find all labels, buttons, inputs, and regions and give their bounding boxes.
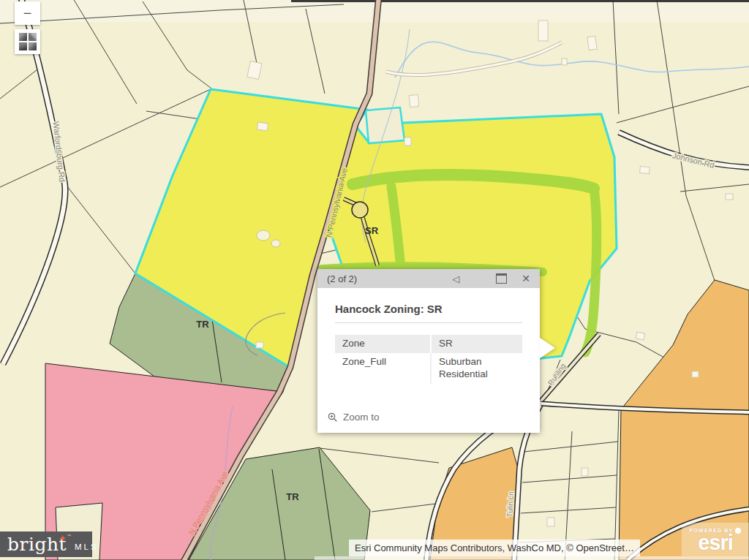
popup-pointer xyxy=(540,338,555,358)
popup-body: Hancock Zoning: SR Zone SR Zone_Full Sub… xyxy=(317,288,540,384)
star-icon: ✦ xyxy=(59,533,67,544)
cul-de-sac xyxy=(352,202,368,218)
zone-label-tr-left: TR xyxy=(196,319,209,330)
highlight-notch-parcel xyxy=(366,107,404,143)
attribute-label: Zone_Full xyxy=(335,353,430,384)
magnifier-plus-icon xyxy=(328,412,338,423)
bright-mls-logo: bright ✦ ™ MLS xyxy=(0,531,92,557)
top-boundary-road xyxy=(291,0,749,2)
bottom-strip xyxy=(315,556,749,560)
basemap-gallery-button[interactable] xyxy=(15,29,40,54)
zoom-to-label: Zoom to xyxy=(343,412,380,423)
close-icon[interactable]: ✕ xyxy=(522,273,530,284)
zone-label-sr: SR xyxy=(365,225,379,236)
maximize-icon[interactable] xyxy=(496,273,507,284)
zone-label-tr-bottom: TR xyxy=(286,491,299,502)
zoom-out-button[interactable]: − xyxy=(15,1,40,25)
popup-header: (2 of 2) ◁ ✕ xyxy=(317,269,540,288)
attribute-table: Zone SR Zone_Full Suburban Residential xyxy=(335,335,522,384)
esri-logo: POWERED BY esri xyxy=(682,523,749,556)
globe-icon xyxy=(735,528,741,534)
attribute-value: Suburban Residential xyxy=(430,353,522,384)
popup-title: Hancock Zoning: SR xyxy=(335,303,522,315)
map-application: Warfordsburg Rd N Pennsylvania Ave N Pen… xyxy=(0,0,749,560)
popup-pagination: (2 of 2) xyxy=(327,273,357,284)
road-label-tulin: Tulin Ln xyxy=(505,491,515,518)
previous-feature-icon[interactable]: ◁ xyxy=(452,274,459,284)
mls-wordmark: MLS xyxy=(75,542,99,551)
attribute-value: SR xyxy=(430,335,522,353)
popup-divider xyxy=(335,322,522,323)
trademark-symbol: ™ xyxy=(67,534,71,538)
basemap-tiles-icon xyxy=(19,33,37,50)
minus-icon: − xyxy=(23,5,32,22)
feature-popup: (2 of 2) ◁ ✕ Hancock Zoning: SR Zone SR … xyxy=(317,269,540,433)
map-attribution: Esri Community Maps Contributors, WashCo… xyxy=(349,540,640,556)
esri-wordmark: esri xyxy=(698,534,733,552)
bright-wordmark: bright xyxy=(7,534,67,555)
attribute-label: Zone xyxy=(335,335,430,353)
zoom-to-link[interactable]: Zoom to xyxy=(328,412,380,423)
attribution-text: Esri Community Maps Contributors, WashCo… xyxy=(355,542,634,553)
